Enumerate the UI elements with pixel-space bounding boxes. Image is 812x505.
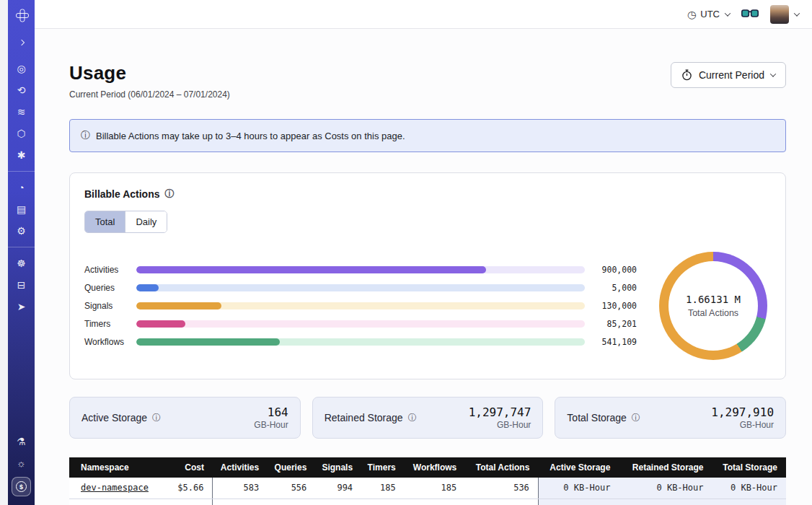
lab-flask-icon[interactable]: ⚗: [13, 433, 30, 450]
bar-value: 541,109: [585, 337, 637, 347]
storage-card-label: Active Storage: [81, 412, 147, 423]
avatar[interactable]: [770, 5, 789, 24]
column-header-total_actions: Total Actions: [465, 457, 538, 478]
info-icon: ⓘ: [152, 412, 161, 424]
stopwatch-icon: [681, 69, 692, 81]
bar-fill: [136, 284, 159, 291]
total-storage-card: Total Storage ⓘ 1,297,910 GB-Hour: [555, 397, 786, 439]
cell-activities: 423: [213, 499, 268, 505]
tab-total[interactable]: Total: [85, 211, 125, 232]
info-icon: ⓘ: [165, 188, 175, 201]
namespace-usage-table: NamespaceCostActivitiesQueriesSignalsTim…: [69, 457, 786, 505]
timezone-label: UTC: [700, 9, 720, 19]
sidebar: ◎⟲≋⬡✱◔▤⚙☸⊟➤ ⚗☼$: [8, 0, 35, 505]
billing-card-icon[interactable]: ▤: [13, 201, 30, 218]
total-actions-donut: 1.66131 M Total Actions: [656, 252, 771, 360]
cell-workflows: 185: [405, 478, 466, 499]
namespaces-icon[interactable]: ◎: [13, 60, 30, 77]
page-title: Usage: [69, 62, 230, 84]
chevron-down-icon: [794, 10, 800, 16]
cell-queries: 556: [268, 478, 315, 499]
bar-fill: [136, 320, 185, 328]
namespace-link[interactable]: dev-namespace: [81, 483, 149, 493]
table-row: dev-namespace$5.665835569941851855360 KB…: [69, 478, 786, 499]
sidebar-divider: [8, 247, 35, 247]
billable-bar-chart: Activities900,000Queries5,000Signals130,…: [84, 266, 637, 346]
cell-namespace: dev-namespace: [69, 478, 172, 499]
cell-activities: 583: [213, 478, 268, 499]
billable-actions-card: Billable Actions ⓘ Total Daily Activitie…: [69, 172, 786, 379]
temporal-logo-shape: [16, 9, 27, 20]
cell-signals: 826: [315, 499, 361, 505]
bar-value: 130,000: [585, 301, 637, 311]
bar-fill: [136, 302, 221, 309]
bar-label: Timers: [84, 319, 136, 329]
storage-card-unit: GB-Hour: [469, 420, 531, 430]
banner-text: Billable Actions may take up to 3–4 hour…: [96, 131, 405, 141]
bar-fill: [136, 338, 280, 346]
cell-queries: 561: [268, 499, 315, 505]
cell-total_storage: 0 KB-Hour: [712, 478, 787, 499]
bar-row-timers: Timers85,201: [84, 320, 637, 328]
layers-icon[interactable]: ≋: [13, 103, 30, 120]
info-icon: ⓘ: [408, 412, 417, 424]
cell-timers: 877: [361, 499, 405, 505]
tab-daily[interactable]: Daily: [125, 211, 167, 232]
chevron-down-icon: [770, 71, 776, 76]
column-header-namespace: Namespace: [69, 457, 172, 478]
retained-storage-card: Retained Storage ⓘ 1,297,747 GB-Hour: [312, 397, 544, 439]
settings-gear-icon[interactable]: ⚙: [13, 222, 30, 240]
current-period-subtitle: Current Period (06/01/2024 – 07/01/2024): [69, 89, 230, 100]
usage-gauge-icon[interactable]: ◔: [13, 179, 30, 196]
cell-cost: 29.32: [172, 499, 213, 505]
docs-icon[interactable]: ⊟: [13, 276, 30, 294]
period-selector-button[interactable]: Current Period: [671, 62, 786, 88]
storage-card-unit: GB-Hour: [711, 420, 774, 430]
storage-card-unit: GB-Hour: [254, 420, 288, 430]
rocket-icon[interactable]: ➤: [13, 298, 30, 315]
column-header-signals: Signals: [315, 457, 361, 478]
schedules-icon[interactable]: ⟲: [13, 82, 30, 99]
glasses-icon[interactable]: [741, 9, 759, 19]
bar-track: [136, 266, 585, 273]
bar-value: 5,000: [585, 283, 637, 293]
user-menu[interactable]: [770, 5, 799, 24]
cell-total_storage: 0 KB-Hour: [712, 499, 787, 505]
info-icon: ⓘ: [81, 129, 90, 142]
cell-active_storage: 0 KB-Hour: [538, 499, 619, 505]
storage-summary-row: Active Storage ⓘ 164 GB-Hour Retained St…: [69, 397, 786, 439]
active-storage-card: Active Storage ⓘ 164 GB-Hour: [69, 397, 301, 439]
column-header-cost: Cost: [172, 457, 213, 478]
table-header-row: NamespaceCostActivitiesQueriesSignalsTim…: [69, 457, 786, 478]
cell-retained_storage: 0 KB-Hour: [619, 499, 712, 505]
donut-total-value: 1.66131 M: [686, 294, 741, 305]
timezone-selector[interactable]: ◷ UTC: [687, 9, 730, 20]
bar-track: [136, 284, 585, 291]
bar-row-workflows: Workflows541,109: [84, 338, 637, 346]
deployments-icon[interactable]: ⬡: [13, 125, 30, 142]
storage-card-value: 1,297,747: [469, 405, 531, 419]
column-header-queries: Queries: [268, 457, 315, 478]
column-header-timers: Timers: [361, 457, 405, 478]
bar-value: 85,201: [585, 319, 637, 329]
cell-retained_storage: 0 KB-Hour: [619, 478, 712, 499]
nexus-asterisk-icon[interactable]: ✱: [13, 146, 30, 164]
clock-icon: ◷: [687, 9, 696, 20]
currency-dollar-icon[interactable]: $: [12, 477, 31, 496]
temporal-logo[interactable]: [13, 6, 30, 23]
column-header-active_storage: Active Storage: [538, 457, 619, 478]
left-gutter: [0, 0, 8, 505]
bar-value: 900,000: [585, 265, 637, 275]
cell-signals: 994: [315, 478, 361, 499]
bar-fill: [136, 266, 486, 273]
support-lifebuoy-icon[interactable]: ☸: [13, 255, 30, 272]
bar-row-activities: Activities900,000: [84, 266, 637, 274]
cell-total_actions: 536: [465, 478, 538, 499]
info-banner: ⓘ Billable Actions may take up to 3–4 ho…: [69, 119, 786, 152]
theme-sun-icon[interactable]: ☼: [13, 454, 30, 472]
period-button-label: Current Period: [699, 69, 764, 81]
topbar: ◷ UTC: [35, 0, 812, 29]
collapse-chevron-icon[interactable]: [13, 34, 30, 51]
cell-total_actions: 536: [465, 499, 538, 505]
bar-label: Queries: [84, 283, 136, 293]
